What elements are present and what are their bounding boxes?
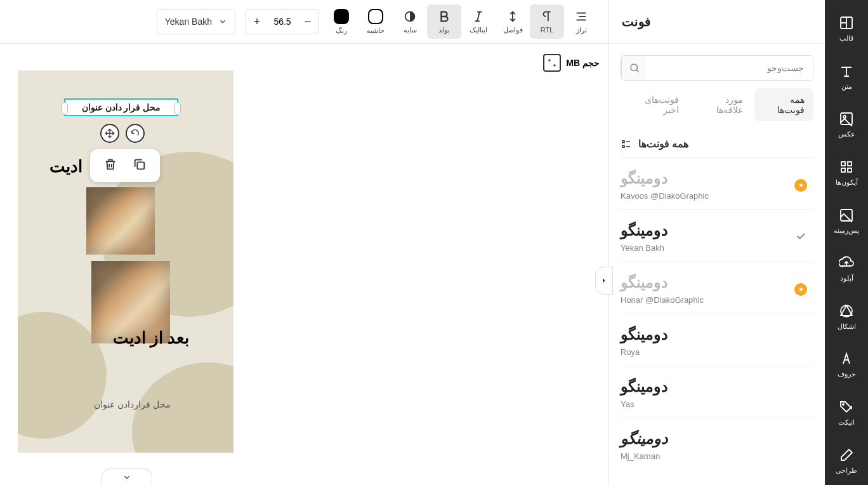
align-button[interactable]: تراز xyxy=(564,4,598,39)
font-info: دومینگو Kavoos @DiakoGraphic xyxy=(621,169,788,201)
selected-text-element[interactable]: محل قرار دادن عنوان xyxy=(64,98,178,116)
sidebar-item-icons[interactable]: آیکون‌ها xyxy=(825,149,868,197)
font-size-input[interactable] xyxy=(268,17,297,27)
bold-button[interactable]: بولد xyxy=(427,4,461,39)
svg-point-12 xyxy=(631,64,638,71)
svg-point-11 xyxy=(843,404,844,405)
tool-label: بولد xyxy=(438,26,450,34)
font-item[interactable]: ★ دومینگو Honar @DiakoGraphic xyxy=(621,262,813,314)
check-icon xyxy=(795,230,806,244)
section-title: همه فونت‌ها xyxy=(638,138,688,150)
chevron-down-icon xyxy=(218,17,227,26)
sidebar-item-design[interactable]: طراحی xyxy=(825,437,868,485)
sidebar-item-shapes[interactable]: اشکال xyxy=(825,293,868,342)
main-sidebar: قالب متن عکس آیکون‌ها پس‌زمینه آپلود ا xyxy=(825,0,868,485)
font-list[interactable]: ★ دومینگو Kavoos @DiakoGraphic دومینگو Y… xyxy=(609,157,825,485)
font-name: Yas xyxy=(621,399,634,409)
font-name: Honar @DiakoGraphic xyxy=(621,295,704,305)
svg-rect-7 xyxy=(841,168,845,172)
increase-size-button[interactable]: + xyxy=(246,10,268,34)
font-name: Roya xyxy=(621,347,640,357)
align-icon xyxy=(574,10,588,23)
search-button[interactable] xyxy=(621,56,647,80)
font-item[interactable]: دومینگو Mj_Kaman xyxy=(621,418,813,470)
font-panel: فونت همه فونت‌ها مورد علاقه‌ها فونت‌های … xyxy=(608,0,825,485)
sidebar-item-letters[interactable]: حروف xyxy=(825,341,868,389)
search-icon xyxy=(629,62,640,74)
rotate-icon xyxy=(130,128,140,138)
dimensions-icon[interactable] xyxy=(543,54,561,72)
text-tools: تراز RTL فواصل ایتالیک بولد سایه حاشیه xyxy=(324,4,598,39)
font-family-select[interactable]: Yekan Bakh xyxy=(157,9,235,34)
shapes-icon xyxy=(839,303,854,319)
tool-label: فواصل xyxy=(503,26,523,34)
panel-collapse-button[interactable] xyxy=(595,267,613,295)
decrease-size-button[interactable]: − xyxy=(297,10,319,34)
chevron-down-icon xyxy=(122,473,131,482)
sidebar-label: قالب xyxy=(839,34,853,43)
tab-favorites[interactable]: مورد علاقه‌ها xyxy=(690,88,752,121)
resize-handle-right[interactable] xyxy=(174,102,181,115)
move-button[interactable] xyxy=(100,124,119,143)
italic-button[interactable]: ایتالیک xyxy=(461,4,496,39)
canvas-area[interactable]: حجم MB محل قرار دادن عنوان xyxy=(0,44,608,485)
tool-label: رنگ xyxy=(336,27,347,35)
tool-label: تراز xyxy=(576,26,587,34)
canvas-size-info: حجم MB xyxy=(543,54,600,72)
sidebar-item-text[interactable]: متن xyxy=(825,53,868,102)
svg-rect-3 xyxy=(841,113,852,124)
canvas-text[interactable]: ادیت xyxy=(49,157,82,176)
sidebar-label: آپلود xyxy=(840,274,853,282)
font-info: دومینگو Mj_Kaman xyxy=(621,430,788,461)
shadow-button[interactable]: سایه xyxy=(393,4,427,39)
sidebar-item-template[interactable]: قالب xyxy=(825,5,868,53)
font-name: Kavoos @DiakoGraphic xyxy=(621,191,709,201)
sidebar-label: آیکون‌ها xyxy=(836,178,858,187)
color-button[interactable]: رنگ xyxy=(324,4,358,39)
rotate-button[interactable] xyxy=(126,124,145,143)
bold-icon xyxy=(437,10,451,23)
font-badge xyxy=(788,230,813,244)
font-item[interactable]: ★ دومینگو Kavoos @DiakoGraphic xyxy=(621,157,813,209)
sidebar-item-background[interactable]: پس‌زمینه xyxy=(825,197,868,245)
sidebar-label: عکس xyxy=(838,130,855,138)
font-item[interactable]: دومینگو Roya xyxy=(621,314,813,366)
search-input[interactable] xyxy=(647,56,813,80)
rtl-button[interactable]: RTL xyxy=(530,4,564,39)
premium-star-icon: ★ xyxy=(794,179,807,192)
tool-label: سایه xyxy=(404,26,417,34)
size-label: حجم MB xyxy=(566,58,600,68)
sidebar-label: پس‌زمینه xyxy=(834,227,859,235)
tool-label: ایتالیک xyxy=(470,26,487,34)
sidebar-label: اتیکت xyxy=(838,418,855,427)
font-item[interactable]: دومینگو Yekan Bakh xyxy=(621,209,813,262)
outline-button[interactable]: حاشیه xyxy=(358,4,393,39)
sidebar-item-tags[interactable]: اتیکت xyxy=(825,389,868,437)
resize-handle-left[interactable] xyxy=(62,102,68,115)
font-preview: دومینگو xyxy=(621,274,668,291)
spacing-button[interactable]: فواصل xyxy=(496,4,530,39)
icons-icon xyxy=(839,159,854,175)
copy-button[interactable] xyxy=(133,157,147,174)
sidebar-item-upload[interactable]: آپلود xyxy=(825,245,868,293)
tab-recent[interactable]: فونت‌های اخیر xyxy=(621,88,688,121)
panel-header: فونت xyxy=(609,0,825,44)
delete-button[interactable] xyxy=(103,157,117,174)
premium-star-icon: ★ xyxy=(794,283,807,296)
font-badge: ★ xyxy=(788,283,813,296)
chevron-right-icon xyxy=(600,276,608,285)
font-select-label: Yekan Bakh xyxy=(165,17,212,27)
canvas-text[interactable]: محل قراردادن عنوان xyxy=(94,399,171,409)
upload-icon xyxy=(839,255,854,270)
canvas-text[interactable]: بعد از ادیت xyxy=(113,328,189,348)
font-preview: دومینگو xyxy=(621,326,668,343)
canvas-frame[interactable]: محل قرار دادن عنوان ادیت بعد از ادیت محل… xyxy=(18,70,233,453)
sidebar-item-image[interactable]: عکس xyxy=(825,101,868,149)
tab-all-fonts[interactable]: همه فونت‌ها xyxy=(754,88,813,121)
font-item[interactable]: دومینگو Yas xyxy=(621,366,813,418)
canvas-photo[interactable] xyxy=(86,187,155,255)
sidebar-label: اشکال xyxy=(838,322,856,331)
font-preview: دومینگو xyxy=(621,169,668,187)
copy-icon xyxy=(133,157,147,171)
bottom-panel-toggle[interactable] xyxy=(102,468,152,485)
